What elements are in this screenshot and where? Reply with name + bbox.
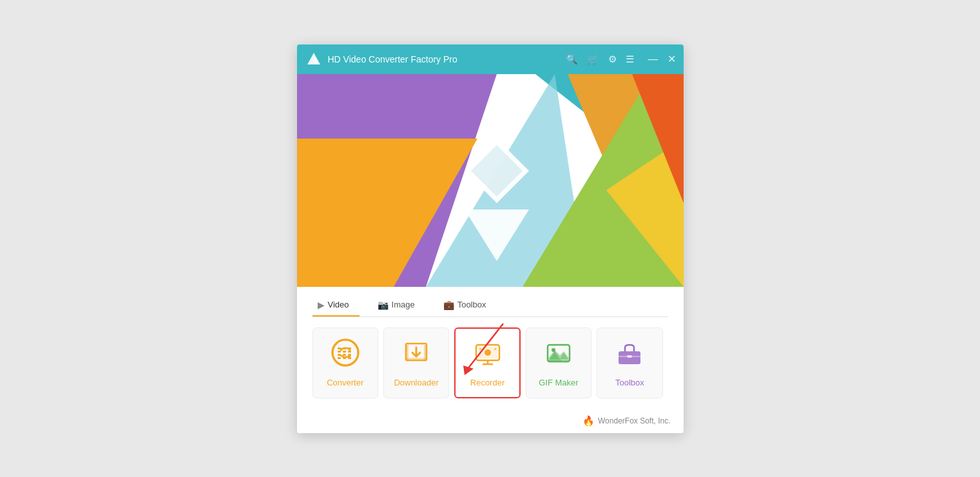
tab-video[interactable]: ▶ Video bbox=[312, 296, 360, 316]
svg-rect-31 bbox=[406, 358, 427, 360]
svg-point-39 bbox=[485, 349, 491, 356]
tab-toolbox-label: Toolbox bbox=[457, 300, 486, 309]
tabs-bar: ▶ Video 📷 Image 💼 Toolbox bbox=[297, 287, 684, 316]
downloader-label: Downloader bbox=[394, 378, 438, 387]
svg-rect-24 bbox=[348, 351, 351, 353]
gifmaker-icon bbox=[544, 338, 573, 373]
tools-wrapper: Converter Downloader bbox=[297, 317, 684, 411]
hero-banner bbox=[297, 74, 684, 287]
menu-icon[interactable]: ☰ bbox=[626, 54, 634, 65]
tool-converter[interactable]: Converter bbox=[312, 327, 378, 398]
downloader-icon bbox=[402, 338, 430, 373]
svg-rect-33 bbox=[424, 345, 427, 360]
search-icon[interactable]: 🔍 bbox=[566, 54, 578, 65]
tab-image[interactable]: 📷 Image bbox=[372, 296, 425, 316]
toolbox-tab-icon: 💼 bbox=[443, 300, 454, 310]
tab-video-label: Video bbox=[328, 300, 349, 309]
app-logo bbox=[305, 50, 323, 68]
video-tab-icon: ▶ bbox=[318, 300, 325, 310]
recorder-label: Recorder bbox=[470, 378, 504, 387]
svg-rect-40 bbox=[479, 348, 481, 350]
tool-recorder[interactable]: Recorder bbox=[454, 327, 521, 398]
svg-rect-20 bbox=[343, 351, 346, 353]
svg-rect-21 bbox=[343, 354, 346, 356]
recorder-icon bbox=[474, 338, 502, 373]
converter-icon bbox=[331, 338, 360, 373]
toolbox-icon bbox=[615, 338, 644, 373]
window-controls: 🔍 🛒 ⚙ ☰ — ✕ bbox=[566, 54, 676, 65]
converter-label: Converter bbox=[327, 378, 363, 387]
tab-image-label: Image bbox=[392, 300, 415, 309]
tool-toolbox[interactable]: Toolbox bbox=[597, 327, 662, 398]
cart-icon[interactable]: 🛒 bbox=[587, 54, 599, 65]
gifmaker-label: GIF Maker bbox=[539, 378, 578, 387]
tools-grid: Converter Downloader bbox=[297, 317, 684, 411]
close-button[interactable]: ✕ bbox=[668, 54, 676, 64]
app-window: HD Video Converter Factory Pro 🔍 🛒 ⚙ ☰ —… bbox=[297, 44, 684, 433]
tool-gifmaker[interactable]: GIF Maker bbox=[526, 327, 591, 398]
titlebar: HD Video Converter Factory Pro 🔍 🛒 ⚙ ☰ —… bbox=[297, 44, 684, 74]
footer: 🔥 WonderFox Soft, Inc. bbox=[297, 411, 684, 433]
image-tab-icon: 📷 bbox=[378, 300, 389, 310]
footer-text: WonderFox Soft, Inc. bbox=[598, 416, 671, 425]
tab-toolbox[interactable]: 💼 Toolbox bbox=[438, 296, 497, 316]
svg-rect-32 bbox=[406, 345, 408, 360]
svg-rect-16 bbox=[338, 351, 341, 353]
settings-icon[interactable]: ⚙ bbox=[608, 54, 617, 65]
tool-downloader[interactable]: Downloader bbox=[383, 327, 449, 398]
flame-icon: 🔥 bbox=[582, 415, 595, 427]
svg-rect-41 bbox=[494, 348, 496, 350]
minimize-button[interactable]: — bbox=[648, 54, 658, 64]
window-title: HD Video Converter Factory Pro bbox=[328, 54, 566, 64]
toolbox-label: Toolbox bbox=[615, 378, 644, 387]
svg-rect-48 bbox=[627, 355, 632, 358]
svg-rect-18 bbox=[338, 357, 341, 359]
